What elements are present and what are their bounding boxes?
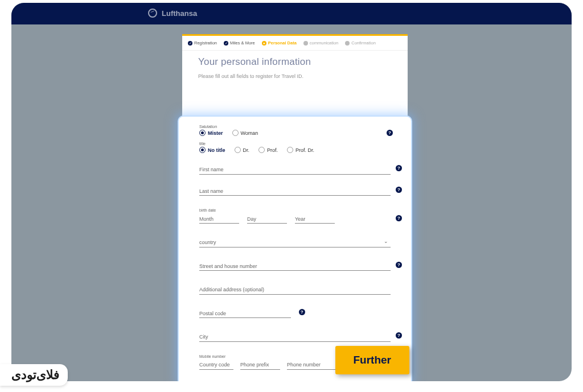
help-icon[interactable]: ? [396, 215, 402, 221]
help-icon[interactable]: ? [396, 187, 402, 193]
step-personal-data[interactable]: ● Personal Data [262, 40, 297, 46]
radio-icon [232, 130, 239, 136]
step-registration[interactable]: ✓ Registration [188, 40, 217, 46]
birth-day-field[interactable] [247, 213, 287, 224]
page-title: Your personal information [198, 56, 392, 68]
city-field[interactable] [199, 332, 391, 342]
step-miles[interactable]: ✓ Miles & More [224, 40, 255, 46]
pending-step-icon [345, 41, 350, 46]
country-select[interactable] [199, 237, 391, 247]
brand-name: Lufthansa [162, 9, 197, 18]
top-nav-bar: Lufthansa [11, 3, 572, 24]
radio-icon [199, 147, 206, 153]
check-icon: ✓ [188, 41, 192, 46]
salutation-label: Salutation [199, 125, 391, 129]
radio-icon [258, 147, 265, 153]
check-icon: ✓ [224, 41, 228, 46]
active-step-icon: ● [262, 41, 266, 46]
registration-form-card: ✓ Registration ✓ Miles & More ● Personal… [182, 34, 408, 381]
page-subtitle: Please fill out all fields to register f… [198, 73, 392, 79]
highlighted-form-area: Salutation Mister Woman ? title [178, 115, 412, 381]
form-content: Your personal information Please fill ou… [182, 51, 408, 381]
birthdate-row: ? [199, 213, 391, 224]
country-code-field[interactable] [199, 360, 233, 370]
street-field[interactable] [199, 261, 391, 271]
birthdate-label: birth date [199, 208, 391, 212]
help-icon[interactable]: ? [396, 165, 402, 171]
page-container: Lufthansa ✓ Registration ✓ Miles & More … [11, 3, 572, 381]
title-prof-dr-option[interactable]: Prof. Dr. [287, 147, 314, 153]
title-radio-group: No title Dr. Prof. Prof. Dr. [199, 147, 391, 153]
watermark-badge: فلای‌تودی [0, 364, 68, 386]
last-name-field[interactable] [199, 185, 391, 196]
lufthansa-crane-icon [148, 9, 157, 18]
salutation-woman-option[interactable]: Woman [232, 130, 258, 136]
radio-icon [235, 147, 241, 153]
radio-icon [199, 130, 206, 136]
step-confirmation: Confirmation [345, 40, 376, 46]
birth-month-field[interactable] [199, 213, 239, 224]
first-name-field[interactable] [199, 164, 391, 175]
step-communication: communication [303, 40, 338, 46]
pending-step-icon [303, 41, 308, 46]
title-dr-option[interactable]: Dr. [235, 147, 250, 153]
title-none-option[interactable]: No title [199, 147, 225, 153]
progress-stepper: ✓ Registration ✓ Miles & More ● Personal… [182, 36, 408, 51]
further-button[interactable]: Further [335, 346, 410, 374]
help-icon[interactable]: ? [396, 262, 402, 268]
postal-code-field[interactable] [199, 308, 291, 318]
brand-logo: Lufthansa [148, 9, 197, 18]
title-prof-option[interactable]: Prof. [258, 147, 278, 153]
chevron-down-icon: ⌄ [384, 238, 388, 244]
title-label: title [199, 142, 391, 146]
radio-icon [287, 147, 293, 153]
salutation-radio-group: Mister Woman ? [199, 130, 391, 136]
salutation-mister-option[interactable]: Mister [199, 130, 223, 136]
additional-address-field[interactable] [199, 284, 391, 295]
birth-year-field[interactable] [295, 213, 335, 224]
help-icon[interactable]: ? [299, 309, 305, 315]
help-icon[interactable]: ? [396, 332, 402, 339]
help-icon[interactable]: ? [387, 130, 393, 136]
phone-prefix-field[interactable] [240, 360, 280, 370]
